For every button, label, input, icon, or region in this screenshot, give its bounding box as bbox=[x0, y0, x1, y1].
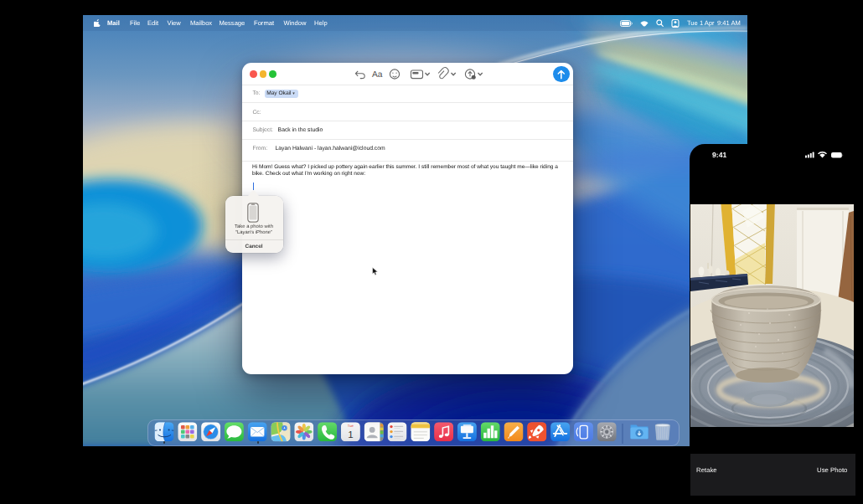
svg-text:Tue: Tue bbox=[348, 424, 354, 428]
svg-text:1: 1 bbox=[348, 430, 353, 440]
svg-text:Aa: Aa bbox=[372, 70, 383, 80]
